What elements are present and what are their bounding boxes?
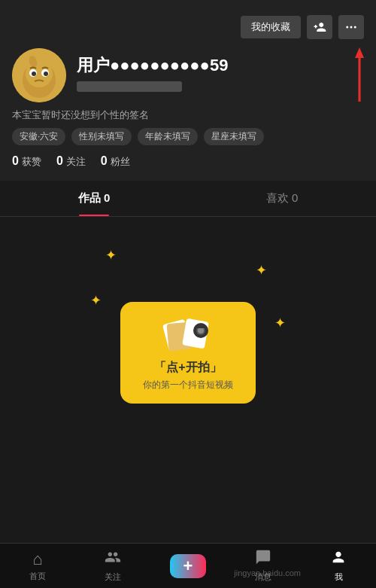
tag-zodiac: 星座未填写 [204,128,264,145]
tag-location: 安徽·六安 [12,128,65,145]
promo-card[interactable]: 「点+开拍」 你的第一个抖音短视频 [120,302,256,404]
tags-row: 安徽·六安 性别未填写 年龄未填写 星座未填写 [12,128,364,145]
tabs-bar: 作品 0 喜欢 0 [0,181,376,217]
nav-message[interactable]: 消息 [226,549,301,583]
nav-message-label: 消息 [255,571,271,583]
profile-icon [330,549,347,570]
avatar[interactable] [12,48,66,102]
nav-create[interactable]: + [150,554,226,578]
nav-home[interactable]: ⌂ 首页 [0,550,75,582]
username: 用户●●●●●●●●●●59 [77,54,228,77]
svg-point-18 [198,328,204,334]
svg-point-2 [354,26,356,29]
nav-follow[interactable]: 关注 [75,549,150,583]
deco-star-2: ✦ [256,262,267,279]
user-info: 用户●●●●●●●●●●59 [77,48,228,92]
user-id-bar [77,81,182,92]
add-friend-button[interactable] [307,15,332,39]
tab-likes[interactable]: 喜欢 0 [188,181,376,216]
tag-age: 年龄未填写 [138,128,198,145]
deco-star-3: ✦ [90,292,102,309]
promo-card-icons [138,314,238,355]
promo-card-title: 「点+开拍」 [138,360,238,376]
top-buttons-row: 我的收藏 [12,15,364,39]
avatar-name-row: 用户●●●●●●●●●●59 [12,48,364,102]
nav-follow-label: 关注 [105,571,121,583]
home-icon: ⌂ [32,550,42,569]
follow-icon [105,549,121,570]
deco-star-4: ✦ [274,315,286,331]
promo-card-subtitle: 你的第一个抖音短视频 [138,379,238,391]
create-plus-button[interactable]: + [170,554,206,578]
nav-home-label: 首页 [29,571,46,582]
tag-gender: 性别未填写 [71,128,132,145]
stat-likes: 0 获赞 [12,154,41,169]
nav-profile[interactable]: 我 [301,549,376,583]
nav-profile-label: 我 [335,571,343,583]
svg-rect-19 [196,324,205,328]
content-area: ✦ ✦ ✦ ✦ 「点+开拍」 你的第一个抖音短视频 [0,217,376,488]
more-button[interactable] [338,15,364,39]
tab-works[interactable]: 作品 0 [0,181,188,216]
svg-point-11 [32,72,36,76]
stat-followers[interactable]: 0 粉丝 [101,154,130,169]
collect-button[interactable]: 我的收藏 [241,16,301,38]
stats-row: 0 获赞 0 关注 0 粉丝 [12,154,364,169]
svg-point-1 [350,26,353,29]
deco-star-1: ✦ [105,247,117,264]
stat-following[interactable]: 0 关注 [56,154,86,169]
svg-point-12 [44,72,48,76]
profile-section: 我的收藏 [0,0,376,181]
message-icon [255,549,271,570]
svg-point-0 [346,26,348,29]
bottom-nav: ⌂ 首页 关注 + 消息 我 [0,543,376,588]
bio-text: 本宝宝暂时还没想到个性的签名 [12,108,364,122]
